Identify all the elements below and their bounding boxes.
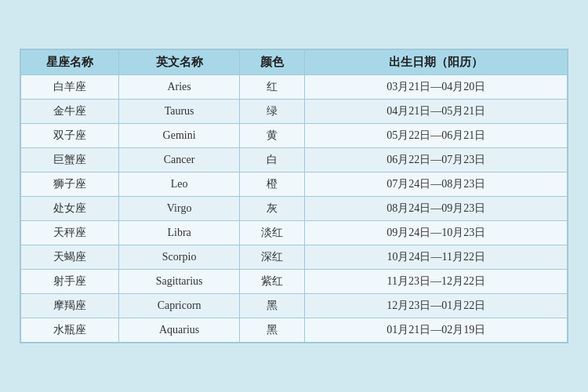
zodiac-table-container: 星座名称 英文名称 颜色 出生日期（阳历） 白羊座Aries红03月21日—04…: [20, 49, 568, 343]
cell-birthdate: 05月22日—06月21日: [305, 124, 568, 148]
cell-english-name: Gemini: [119, 124, 239, 148]
header-birthdate: 出生日期（阳历）: [305, 50, 568, 75]
cell-english-name: Leo: [119, 172, 239, 197]
cell-birthdate: 09月24日—10月23日: [305, 221, 568, 245]
header-english-name: 英文名称: [119, 50, 239, 75]
cell-color: 深红: [239, 245, 305, 270]
cell-color: 橙: [239, 172, 305, 197]
cell-english-name: Scorpio: [119, 245, 239, 270]
cell-english-name: Cancer: [119, 148, 239, 172]
table-header-row: 星座名称 英文名称 颜色 出生日期（阳历）: [21, 50, 568, 75]
table-row: 双子座Gemini黄05月22日—06月21日: [21, 124, 568, 148]
header-chinese-name: 星座名称: [21, 50, 119, 75]
header-color: 颜色: [239, 50, 305, 75]
cell-chinese-name: 处女座: [21, 197, 119, 221]
cell-chinese-name: 白羊座: [21, 75, 119, 100]
cell-chinese-name: 水瓶座: [21, 318, 119, 343]
cell-chinese-name: 金牛座: [21, 100, 119, 124]
table-row: 金牛座Taurus绿04月21日—05月21日: [21, 100, 568, 124]
table-row: 巨蟹座Cancer白06月22日—07月23日: [21, 148, 568, 172]
cell-birthdate: 07月24日—08月23日: [305, 172, 568, 197]
cell-chinese-name: 摩羯座: [21, 294, 119, 318]
cell-color: 黑: [239, 318, 305, 343]
table-row: 摩羯座Capricorn黑12月23日—01月22日: [21, 294, 568, 318]
cell-color: 白: [239, 148, 305, 172]
cell-chinese-name: 天蝎座: [21, 245, 119, 270]
cell-color: 紫红: [239, 270, 305, 294]
cell-english-name: Libra: [119, 221, 239, 245]
cell-birthdate: 03月21日—04月20日: [305, 75, 568, 100]
cell-chinese-name: 天秤座: [21, 221, 119, 245]
cell-birthdate: 12月23日—01月22日: [305, 294, 568, 318]
cell-english-name: Virgo: [119, 197, 239, 221]
table-row: 狮子座Leo橙07月24日—08月23日: [21, 172, 568, 197]
zodiac-table: 星座名称 英文名称 颜色 出生日期（阳历） 白羊座Aries红03月21日—04…: [20, 49, 568, 343]
table-row: 射手座Sagittarius紫红11月23日—12月22日: [21, 270, 568, 294]
cell-color: 淡红: [239, 221, 305, 245]
cell-birthdate: 01月21日—02月19日: [305, 318, 568, 343]
table-row: 白羊座Aries红03月21日—04月20日: [21, 75, 568, 100]
cell-color: 红: [239, 75, 305, 100]
cell-birthdate: 10月24日—11月22日: [305, 245, 568, 270]
table-row: 天蝎座Scorpio深红10月24日—11月22日: [21, 245, 568, 270]
cell-birthdate: 11月23日—12月22日: [305, 270, 568, 294]
cell-birthdate: 06月22日—07月23日: [305, 148, 568, 172]
table-row: 水瓶座Aquarius黑01月21日—02月19日: [21, 318, 568, 343]
cell-birthdate: 04月21日—05月21日: [305, 100, 568, 124]
cell-english-name: Taurus: [119, 100, 239, 124]
cell-chinese-name: 狮子座: [21, 172, 119, 197]
table-row: 处女座Virgo灰08月24日—09月23日: [21, 197, 568, 221]
table-row: 天秤座Libra淡红09月24日—10月23日: [21, 221, 568, 245]
cell-color: 绿: [239, 100, 305, 124]
cell-color: 黑: [239, 294, 305, 318]
cell-color: 灰: [239, 197, 305, 221]
cell-english-name: Capricorn: [119, 294, 239, 318]
cell-chinese-name: 巨蟹座: [21, 148, 119, 172]
cell-color: 黄: [239, 124, 305, 148]
cell-english-name: Sagittarius: [119, 270, 239, 294]
cell-english-name: Aquarius: [119, 318, 239, 343]
table-body: 白羊座Aries红03月21日—04月20日金牛座Taurus绿04月21日—0…: [21, 75, 568, 343]
cell-english-name: Aries: [119, 75, 239, 100]
cell-chinese-name: 双子座: [21, 124, 119, 148]
cell-birthdate: 08月24日—09月23日: [305, 197, 568, 221]
cell-chinese-name: 射手座: [21, 270, 119, 294]
